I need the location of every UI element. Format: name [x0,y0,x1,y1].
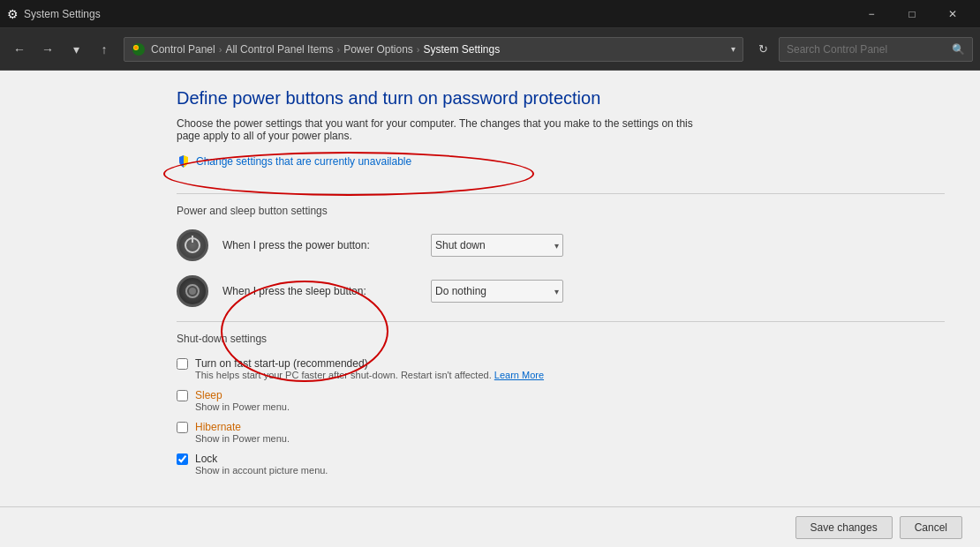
title-bar-left: ⚙ System Settings [7,7,101,21]
hibernate-checkbox-desc: Show in Power menu. [195,433,290,444]
fast-startup-checkbox[interactable] [177,358,188,370]
power-button-dropdown[interactable]: Shut down ▾ [431,234,563,257]
breadcrumb-control-panel[interactable]: Control Panel [151,43,215,56]
address-icon [132,42,146,56]
sleep-icon-svg [185,283,200,299]
bottom-action-bar: Save changes Cancel [0,506,980,547]
power-sleep-section-title: Power and sleep button settings [177,205,945,217]
sleep-checkbox[interactable] [177,390,188,401]
page-title: Define power buttons and turn on passwor… [177,88,945,109]
close-button[interactable]: ✕ [932,0,973,28]
search-icon: 🔍 [952,43,965,56]
search-input[interactable] [787,43,952,56]
fast-startup-label[interactable]: Turn on fast start-up (recommended) [195,357,544,370]
learn-more-link[interactable]: Learn More [494,370,544,380]
change-settings-link[interactable]: Change settings that are currently unava… [177,154,411,169]
breadcrumb-all-items[interactable]: All Control Panel Items [225,43,333,56]
sleep-button-icon [177,275,208,307]
sleep-button-row: When I press the sleep button: Do nothin… [177,275,945,307]
forward-button[interactable]: → [35,37,60,62]
fast-startup-row: Turn on fast start-up (recommended) This… [177,357,945,380]
breadcrumb-current: System Settings [424,43,501,56]
fast-startup-desc: This helps start your PC faster after sh… [195,370,544,380]
lock-checkbox-row: Lock Show in account picture menu. [177,453,945,476]
uac-shield-icon [177,154,191,169]
lock-checkbox-desc: Show in account picture menu. [195,465,328,476]
divider-2 [177,321,945,322]
cancel-button[interactable]: Cancel [900,516,962,539]
address-dropdown-button[interactable]: ▾ [731,44,735,54]
power-dropdown-arrow: ▾ [554,241,559,251]
app-icon: ⚙ [7,7,19,21]
window-controls: − □ ✕ [851,0,973,28]
hibernate-checkbox[interactable] [177,422,188,433]
window-title: System Settings [24,8,101,20]
svg-point-2 [134,46,138,49]
main-content: Define power buttons and turn on passwor… [0,71,980,547]
sleep-button-label: When I press the sleep button: [222,285,417,297]
sleep-button-value: Do nothing [435,285,486,297]
dropdown-button[interactable]: ▾ [64,37,88,62]
lock-checkbox[interactable] [177,453,188,465]
power-button-value: Shut down [435,239,486,251]
breadcrumb-power-options[interactable]: Power Options [343,43,413,56]
divider-1 [177,193,945,194]
sleep-checkbox-label[interactable]: Sleep [195,389,290,401]
refresh-button[interactable]: ↻ [750,37,775,62]
back-button[interactable]: ← [7,37,32,62]
page-description: Choose the power settings that you want … [177,117,706,142]
sleep-dropdown-arrow: ▾ [554,287,559,296]
address-path: Control Panel › All Control Panel Items … [151,43,500,56]
hibernate-checkbox-row: Hibernate Show in Power menu. [177,421,945,444]
power-icon-inner [185,237,200,253]
hibernate-checkbox-label[interactable]: Hibernate [195,421,290,433]
lock-checkbox-item: Lock Show in account picture menu. [177,453,328,476]
power-button-row: When I press the power button: Shut down… [177,229,945,261]
shutdown-section-title: Shut-down settings [177,333,945,345]
lock-checkbox-label[interactable]: Lock [195,453,328,465]
address-bar[interactable]: Control Panel › All Control Panel Items … [124,37,743,62]
sleep-button-dropdown[interactable]: Do nothing ▾ [431,280,563,303]
sleep-checkbox-row: Sleep Show in Power menu. [177,389,945,412]
restore-button[interactable]: □ [892,0,932,28]
power-button-label: When I press the power button: [222,239,417,251]
content-area: Define power buttons and turn on passwor… [0,71,980,506]
fast-startup-item: Turn on fast start-up (recommended) This… [177,357,544,380]
sleep-checkbox-item: Sleep Show in Power menu. [177,389,290,412]
save-changes-button[interactable]: Save changes [795,516,893,539]
svg-point-4 [189,288,196,295]
power-button-icon [177,229,208,261]
minimize-button[interactable]: − [851,0,892,28]
sleep-checkbox-desc: Show in Power menu. [195,401,290,412]
title-bar: ⚙ System Settings − □ ✕ [0,0,980,28]
hibernate-checkbox-item: Hibernate Show in Power menu. [177,421,290,444]
navigation-bar: ← → ▾ ↑ Control Panel › All Control Pane… [0,28,980,71]
search-bar[interactable]: 🔍 [779,37,973,62]
up-button[interactable]: ↑ [92,37,117,62]
